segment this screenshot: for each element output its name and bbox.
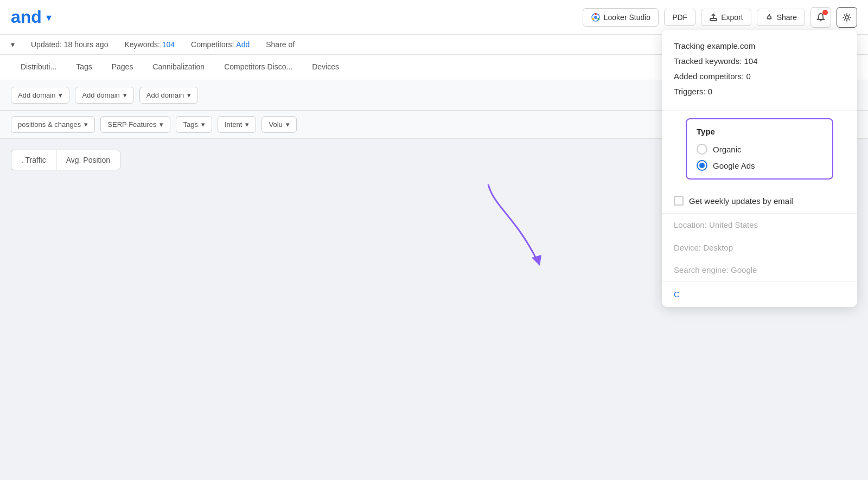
tracked-keywords: Tracked keywords: 104 [674, 55, 845, 68]
type-section-title: Type [697, 127, 822, 136]
add-domain-dropdown-3[interactable]: Add domain ▾ [139, 87, 198, 104]
panel-bottom: C [662, 281, 857, 307]
looker-studio-button[interactable]: Looker Studio [583, 8, 659, 27]
looker-studio-label: Looker Studio [604, 13, 650, 22]
svg-point-2 [595, 13, 597, 15]
serp-features-dropdown[interactable]: SERP Features ▾ [100, 116, 170, 133]
type-section: Type Organic Google Ads [686, 118, 833, 180]
radio-google-ads[interactable]: Google Ads [697, 160, 822, 171]
svg-point-11 [845, 16, 848, 19]
settings-button[interactable] [837, 7, 857, 28]
notification-dot [822, 10, 828, 15]
competitors-info: Competitors: Add [191, 40, 250, 49]
looker-icon [591, 12, 601, 22]
svg-point-3 [597, 18, 599, 20]
updated-text: Updated: 18 hours ago [31, 40, 108, 49]
chevron-down-icon: ▾ [123, 91, 127, 99]
share-label: Share [777, 13, 797, 22]
weekly-updates-label: Get weekly updates by email [689, 196, 793, 206]
metric-tab-avg-position[interactable]: Avg. Position [56, 150, 120, 170]
export-button[interactable]: Export [701, 9, 751, 26]
top-bar-right: Looker Studio PDF Export [583, 7, 857, 28]
export-icon [709, 13, 718, 22]
tags-dropdown[interactable]: Tags ▾ [176, 116, 212, 133]
notification-button[interactable] [810, 7, 831, 28]
device-row: Device: Desktop [662, 236, 857, 259]
bottom-link[interactable]: C [674, 290, 680, 299]
share-of-text: Share of [266, 40, 295, 49]
chevron-down-icon: ▾ [187, 91, 191, 99]
pdf-button[interactable]: PDF [664, 9, 695, 26]
tab-competitors-disco[interactable]: Competitors Disco... [214, 55, 302, 80]
panel-info-section: Tracking example.com Tracked keywords: 1… [662, 30, 857, 111]
tab-tags[interactable]: Tags [66, 55, 102, 80]
competitors-value[interactable]: Add [236, 40, 250, 49]
tab-pages[interactable]: Pages [102, 55, 143, 80]
dropdown-panel: Tracking example.com Tracked keywords: 1… [662, 30, 857, 307]
radio-google-ads-circle [697, 160, 707, 171]
share-icon [765, 13, 774, 22]
intent-dropdown[interactable]: Intent ▾ [218, 116, 257, 133]
tab-devices[interactable]: Devices [302, 55, 349, 80]
radio-inner-dot [699, 163, 705, 168]
chevron-down-icon: ▾ [159, 120, 163, 129]
tracking-domain: Tracking example.com [674, 40, 845, 53]
add-domain-dropdown-2[interactable]: Add domain ▾ [75, 87, 133, 104]
svg-line-8 [770, 18, 771, 19]
keywords-info: Keywords: 104 [124, 40, 175, 49]
positions-changes-dropdown[interactable]: positions & changes ▾ [11, 116, 95, 133]
chevron-down-icon: ▾ [245, 120, 249, 129]
chevron-down-icon: ▾ [59, 91, 62, 99]
top-bar-left: and ▾ [11, 7, 52, 27]
radio-organic-label: Organic [713, 145, 742, 154]
triggers: Triggers: 0 [674, 85, 845, 98]
svg-rect-5 [710, 18, 717, 21]
weekly-updates-row[interactable]: Get weekly updates by email [662, 188, 857, 214]
radio-organic[interactable]: Organic [697, 144, 822, 155]
gear-icon [842, 12, 852, 22]
brand-title: and [11, 7, 42, 27]
svg-line-9 [767, 18, 768, 19]
chevron-down-icon: ▾ [84, 120, 88, 129]
weekly-updates-checkbox[interactable] [674, 196, 684, 206]
pdf-label: PDF [672, 13, 687, 22]
share-button[interactable]: Share [757, 9, 805, 26]
search-engine-row: Search engine: Google [662, 259, 857, 281]
radio-google-ads-label: Google Ads [713, 161, 755, 170]
keywords-value[interactable]: 104 [162, 40, 175, 49]
main-area: and ▾ Looker Studio PDF [0, 0, 868, 480]
add-domain-dropdown-1[interactable]: Add domain ▾ [11, 87, 69, 104]
radio-organic-circle [697, 144, 707, 155]
added-competitors: Added competitors: 0 [674, 70, 845, 83]
status-chevron[interactable]: ▾ [11, 40, 15, 49]
tab-distribution[interactable]: Distributi... [11, 55, 66, 80]
location-row: Location: United States [662, 214, 857, 236]
chevron-down-icon: ▾ [201, 120, 205, 129]
brand-chevron[interactable]: ▾ [46, 11, 52, 24]
export-label: Export [721, 13, 743, 22]
tab-cannibalization[interactable]: Cannibalization [143, 55, 214, 80]
svg-point-1 [594, 16, 597, 19]
volume-dropdown[interactable]: Volu ▾ [261, 116, 296, 133]
metric-tab-traffic[interactable]: . Traffic [11, 150, 56, 170]
svg-point-4 [592, 18, 594, 20]
chevron-down-icon: ▾ [286, 120, 290, 129]
